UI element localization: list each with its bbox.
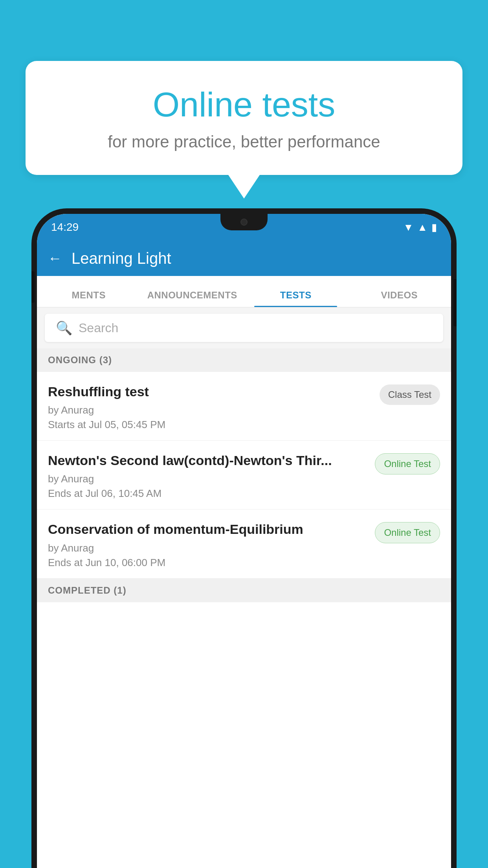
tab-ments[interactable]: MENTS xyxy=(37,290,141,307)
phone-notch xyxy=(220,214,268,230)
search-placeholder: Search xyxy=(79,321,118,335)
test-info-reshuffling: Reshuffling test by Anurag Starts at Jul… xyxy=(48,383,380,431)
tab-announcements[interactable]: ANNOUNCEMENTS xyxy=(141,290,244,307)
bubble-title: Online tests xyxy=(53,85,435,125)
tab-tests[interactable]: TESTS xyxy=(244,290,348,307)
bubble-subtitle: for more practice, better performance xyxy=(53,132,435,151)
test-badge-conservation: Online Test xyxy=(375,522,440,543)
speech-bubble-container: Online tests for more practice, better p… xyxy=(26,61,462,199)
test-date-conservation: Ends at Jun 10, 06:00 PM xyxy=(48,557,367,569)
status-icons: ▼ ▲ ▮ xyxy=(404,221,437,234)
power-button xyxy=(453,279,457,326)
test-info-conservation: Conservation of momentum-Equilibrium by … xyxy=(48,520,375,568)
phone-frame: 14:29 ▼ ▲ ▮ ← Learning Light MENTS ANNOU… xyxy=(31,208,457,868)
test-badge-reshuffling: Class Test xyxy=(380,384,440,405)
search-icon: 🔍 xyxy=(56,320,72,336)
app-header: ← Learning Light xyxy=(37,241,451,276)
test-date-newton: Ends at Jul 06, 10:45 AM xyxy=(48,487,367,500)
tabs-bar: MENTS ANNOUNCEMENTS TESTS VIDEOS xyxy=(37,276,451,307)
test-item-newton[interactable]: Newton's Second law(contd)-Newton's Thir… xyxy=(37,441,451,509)
tab-videos[interactable]: VIDEOS xyxy=(348,290,451,307)
test-badge-newton: Online Test xyxy=(375,453,440,474)
test-by-conservation: by Anurag xyxy=(48,542,367,554)
battery-icon: ▮ xyxy=(431,221,437,234)
test-date-reshuffling: Starts at Jul 05, 05:45 PM xyxy=(48,419,372,431)
signal-icon: ▲ xyxy=(417,221,427,234)
test-item-conservation[interactable]: Conservation of momentum-Equilibrium by … xyxy=(37,509,451,578)
test-info-newton: Newton's Second law(contd)-Newton's Thir… xyxy=(48,452,375,500)
wifi-icon: ▼ xyxy=(404,221,414,234)
back-button[interactable]: ← xyxy=(48,250,62,267)
search-container: 🔍 Search xyxy=(37,307,451,348)
section-header-completed: COMPLETED (1) xyxy=(37,579,451,602)
status-time: 14:29 xyxy=(51,221,79,234)
app-title: Learning Light xyxy=(72,250,171,267)
front-camera xyxy=(240,219,248,226)
speech-bubble: Online tests for more practice, better p… xyxy=(26,61,462,175)
section-header-ongoing: ONGOING (3) xyxy=(37,348,451,372)
search-box[interactable]: 🔍 Search xyxy=(45,314,443,342)
test-by-reshuffling: by Anurag xyxy=(48,404,372,416)
phone-screen: 14:29 ▼ ▲ ▮ ← Learning Light MENTS ANNOU… xyxy=(37,214,451,868)
test-title-reshuffling: Reshuffling test xyxy=(48,383,372,400)
test-title-newton: Newton's Second law(contd)-Newton's Thir… xyxy=(48,452,367,469)
test-item-reshuffling[interactable]: Reshuffling test by Anurag Starts at Jul… xyxy=(37,372,451,441)
speech-bubble-arrow xyxy=(228,175,260,199)
test-by-newton: by Anurag xyxy=(48,473,367,485)
volume-button xyxy=(31,271,35,303)
test-title-conservation: Conservation of momentum-Equilibrium xyxy=(48,520,367,538)
